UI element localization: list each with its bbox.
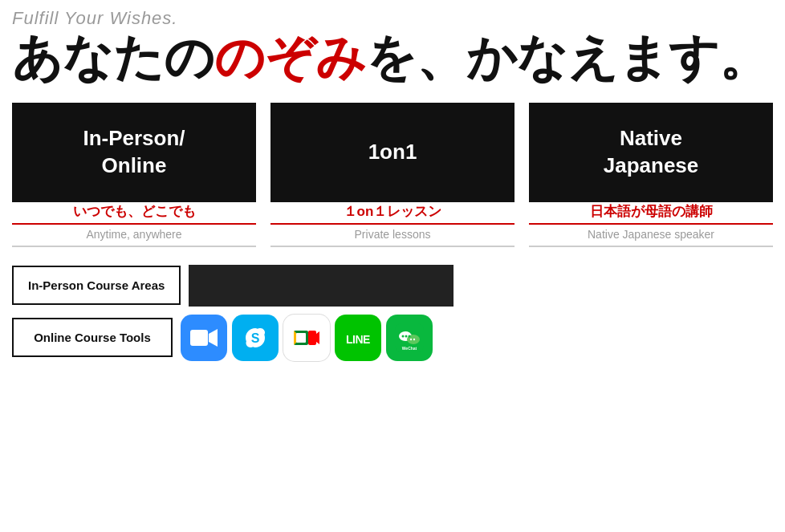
sub-label-en-1on1: Private lessons xyxy=(270,225,515,246)
wechat-icon[interactable]: WeChat xyxy=(386,315,433,361)
svg-text:WeChat: WeChat xyxy=(402,346,417,351)
svg-marker-1 xyxy=(209,329,218,347)
online-tools-button[interactable]: Online Course Tools xyxy=(12,318,173,357)
sub-label-jp-native: 日本語が母語の講師 xyxy=(529,202,773,225)
svg-point-15 xyxy=(409,335,411,337)
sub-label-1on1: １on１レッスン Private lessons xyxy=(270,202,515,247)
feature-boxes: In-Person/Online 1on1 NativeJapanese xyxy=(12,103,773,202)
svg-point-14 xyxy=(405,335,408,337)
sub-label-en-inperson: Anytime, anywhere xyxy=(12,225,256,246)
in-person-map-placeholder xyxy=(189,265,454,307)
subtitle-en: Fulfill Your Wishes. xyxy=(12,8,773,29)
online-tools-row: Online Course Tools S xyxy=(12,315,773,361)
in-person-row: In-Person Course Areas xyxy=(12,265,773,307)
feature-box-1on1: 1on1 xyxy=(270,103,515,202)
feature-box-native: NativeJapanese xyxy=(529,103,773,202)
feature-box-inperson: In-Person/Online xyxy=(12,103,256,202)
zoom-icon[interactable] xyxy=(181,315,227,361)
svg-point-16 xyxy=(410,339,412,340)
skype-icon[interactable]: S xyxy=(232,315,279,361)
title-jp-before: あなたの xyxy=(12,30,214,85)
svg-text:LINE: LINE xyxy=(346,333,370,346)
sub-label-jp-1on1: １on１レッスン xyxy=(270,202,515,225)
svg-point-17 xyxy=(413,339,415,340)
line-icon[interactable]: LINE xyxy=(335,315,381,361)
svg-rect-7 xyxy=(296,333,306,343)
title-jp: あなたののぞみを、かなえます。 xyxy=(12,30,773,85)
header: Fulfill Your Wishes. あなたののぞみを、かなえます。 xyxy=(0,0,785,85)
sub-label-jp-inperson: いつでも、どこでも xyxy=(12,202,256,225)
sub-label-native: 日本語が母語の講師 Native Japanese speaker xyxy=(529,202,773,247)
title-jp-after: を、かなえます。 xyxy=(366,30,769,85)
svg-point-13 xyxy=(402,335,405,337)
tools-icons: S LINE xyxy=(181,315,433,361)
svg-text:S: S xyxy=(251,331,260,345)
sub-label-en-native: Native Japanese speaker xyxy=(529,225,773,246)
sub-label-inperson: いつでも、どこでも Anytime, anywhere xyxy=(12,202,256,247)
google-meet-icon[interactable] xyxy=(283,315,330,361)
title-jp-highlight: のぞみ xyxy=(214,30,366,85)
svg-marker-6 xyxy=(316,331,319,344)
svg-rect-5 xyxy=(308,331,316,345)
sub-labels: いつでも、どこでも Anytime, anywhere １on１レッスン Pri… xyxy=(12,202,773,247)
svg-rect-0 xyxy=(190,330,208,346)
in-person-button[interactable]: In-Person Course Areas xyxy=(12,266,181,305)
